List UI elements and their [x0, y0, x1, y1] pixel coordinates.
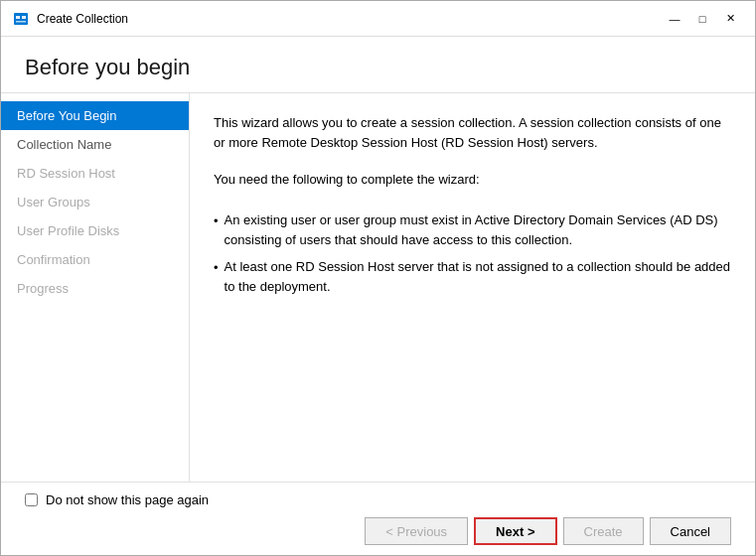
page-header: Before you begin: [1, 37, 755, 93]
dont-show-checkbox[interactable]: [25, 493, 38, 506]
page-title: Before you begin: [25, 55, 731, 80]
requirements-title: You need the following to complete the w…: [214, 172, 731, 187]
button-row: < Previous Next > Create Cancel: [25, 517, 731, 545]
list-item: • An existing user or user group must ex…: [214, 207, 731, 253]
sidebar-item-confirmation: Confirmation: [1, 245, 189, 274]
title-bar: Create Collection — □ ✕: [1, 1, 755, 37]
title-bar-left: Create Collection: [13, 11, 128, 27]
close-button[interactable]: ✕: [717, 9, 743, 29]
sidebar-item-before-you-begin[interactable]: Before You Begin: [1, 101, 189, 130]
bullet-icon: •: [214, 258, 219, 278]
window-title: Create Collection: [37, 12, 128, 26]
sidebar-item-progress: Progress: [1, 274, 189, 303]
main-content: This wizard allows you to create a sessi…: [190, 93, 755, 482]
svg-rect-3: [16, 21, 26, 23]
intro-text: This wizard allows you to create a sessi…: [214, 113, 731, 152]
title-bar-controls: — □ ✕: [662, 9, 743, 29]
list-item: • At least one RD Session Host server th…: [214, 253, 731, 300]
next-button[interactable]: Next >: [474, 517, 556, 545]
footer-area: Do not show this page again < Previous N…: [1, 482, 755, 555]
checkbox-row: Do not show this page again: [25, 492, 731, 507]
sidebar: Before You Begin Collection Name RD Sess…: [1, 93, 190, 482]
main-window: Create Collection — □ ✕ Before you begin…: [0, 0, 756, 556]
create-button[interactable]: Create: [563, 517, 644, 545]
requirements-list: • An existing user or user group must ex…: [214, 207, 731, 300]
svg-rect-2: [22, 16, 26, 19]
maximize-button[interactable]: □: [689, 9, 715, 29]
sidebar-item-rd-session-host: RD Session Host: [1, 159, 189, 188]
minimize-button[interactable]: —: [662, 9, 687, 29]
app-icon: [13, 11, 29, 27]
cancel-button[interactable]: Cancel: [650, 517, 731, 545]
sidebar-item-user-profile-disks: User Profile Disks: [1, 216, 189, 245]
svg-rect-1: [16, 16, 20, 19]
sidebar-item-collection-name[interactable]: Collection Name: [1, 130, 189, 159]
content-area: Before You Begin Collection Name RD Sess…: [1, 93, 755, 482]
dont-show-label[interactable]: Do not show this page again: [46, 492, 209, 507]
sidebar-item-user-groups: User Groups: [1, 188, 189, 216]
previous-button[interactable]: < Previous: [365, 517, 468, 545]
bullet-icon: •: [214, 211, 219, 231]
